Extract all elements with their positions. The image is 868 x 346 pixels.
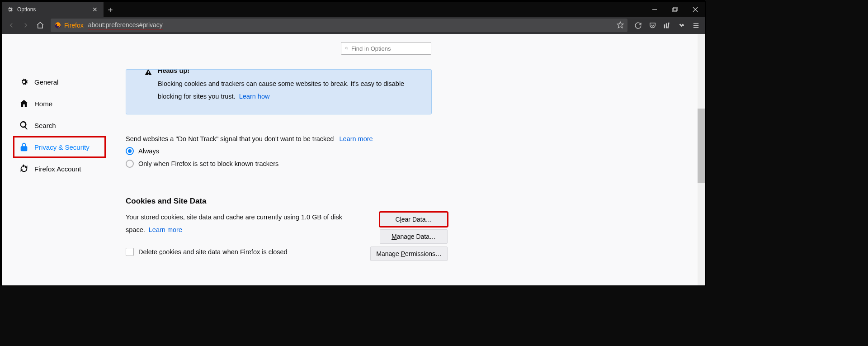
delete-on-close-checkbox[interactable] [126,248,134,256]
svg-rect-9 [667,22,670,28]
learn-how-link[interactable]: Learn how [239,93,270,100]
sidebar-item-label: Privacy & Security [34,143,90,151]
do-not-track-section: Send websites a "Do Not Track" signal th… [126,135,373,168]
sidebar-item-general[interactable]: General [2,71,109,93]
browser-tab[interactable]: Options ✕ [2,2,104,17]
url-brand: Firefox [64,22,84,29]
radio-only-block[interactable] [126,160,134,168]
infobox-heading: Heads up! [158,69,413,74]
sidebar-item-label: Home [34,100,52,108]
home-button[interactable] [33,19,47,32]
close-window-button[interactable] [685,2,705,17]
manage-permissions-button[interactable]: Manage Permissions… [370,246,448,261]
maximize-button[interactable] [665,2,685,17]
url-bar[interactable]: Firefox about:preferences#privacy [51,19,627,32]
reload-button[interactable] [631,19,645,32]
info-icon [144,69,152,78]
sync-icon [19,164,29,174]
delete-on-close-label: Delete cookies and site data when Firefo… [138,248,288,256]
firefox-icon [54,22,61,29]
url-path: about:preferences#privacy [88,21,163,29]
radio-always[interactable] [126,147,134,155]
preferences-main: Heads up! Blocking cookies and trackers … [109,34,705,285]
dnt-learn-more-link[interactable]: Learn more [340,135,373,142]
preferences-sidebar: General Home Search Privacy & Security F… [2,34,109,285]
close-tab-icon[interactable]: ✕ [91,5,99,14]
nav-bar: Firefox about:preferences#privacy [2,17,705,34]
dnt-text: Send websites a "Do Not Track" signal th… [126,135,334,142]
content-area: General Home Search Privacy & Security F… [2,34,705,285]
svg-rect-1 [673,8,676,12]
menu-button[interactable] [689,19,703,32]
sidebar-item-search[interactable]: Search [2,114,109,136]
gear-icon [19,77,29,87]
svg-rect-2 [674,7,677,11]
settings-icon [6,6,14,13]
home-icon [19,99,29,109]
clear-data-button[interactable]: Clear Data… [380,212,448,227]
cookies-title: Cookies and Site Data [126,197,451,206]
sidebar-item-label: Search [34,122,56,129]
sidebar-item-privacy[interactable]: Privacy & Security [13,136,106,158]
infobox-body: Blocking cookies and trackers can cause … [158,80,404,100]
sidebar-item-label: General [34,78,58,86]
lock-icon [19,142,29,152]
library-icon[interactable] [660,19,674,32]
search-icon [19,120,29,130]
cookies-learn-more-link[interactable]: Learn more [149,226,182,233]
scrollbar-thumb[interactable] [698,109,705,183]
bookmark-icon[interactable] [617,21,624,30]
tab-strip: Options ✕ ＋ [2,2,705,17]
svg-marker-6 [617,22,623,28]
forward-button[interactable] [19,19,33,32]
sidebar-item-home[interactable]: Home [2,93,109,114]
manage-data-button[interactable]: Manage Data… [380,229,448,244]
pocket-icon[interactable] [646,19,659,32]
vertical-scrollbar[interactable] [698,34,705,285]
radio-always-label: Always [138,147,159,155]
sidebar-item-account[interactable]: Firefox Account [2,158,109,180]
new-tab-button[interactable]: ＋ [104,2,117,17]
svg-rect-8 [665,23,667,28]
heads-up-infobox: Heads up! Blocking cookies and trackers … [126,69,432,114]
sidebar-item-label: Firefox Account [34,165,81,173]
svg-rect-7 [664,24,665,28]
back-button[interactable] [5,19,18,32]
minimize-button[interactable] [644,2,665,17]
cookies-section: Cookies and Site Data Your stored cookie… [126,197,451,256]
overflow-icon[interactable] [675,19,688,32]
radio-only-block-label: Only when Firefox is set to block known … [138,160,278,167]
tab-title: Options [17,6,91,13]
